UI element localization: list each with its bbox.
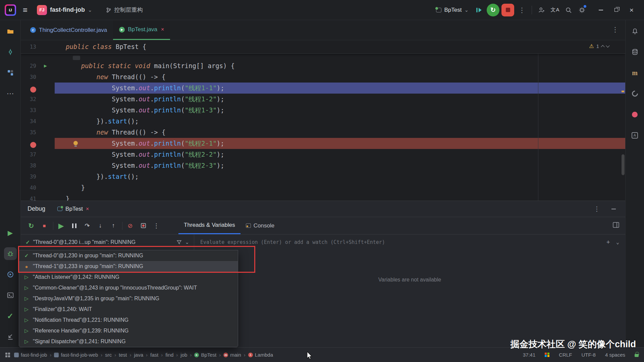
commit-icon[interactable] — [4, 46, 17, 58]
run-gutter-icon[interactable]: ▶ — [44, 60, 47, 71]
step-into-icon[interactable]: ↓ — [96, 221, 105, 230]
thread-list-item[interactable]: ▷"Reference Handler"@1,239: RUNNING — [19, 325, 238, 336]
debug-tool-window-icon[interactable] — [4, 247, 17, 260]
resume-icon[interactable]: ▶ — [57, 221, 65, 230]
editor-tab-1[interactable]: CThingCollectController.java — [24, 20, 113, 40]
mute-breakpoints-icon[interactable]: ⊘ — [126, 221, 135, 230]
debug-session-tab[interactable]: BpTest × — [57, 206, 89, 212]
run-tool-window-icon[interactable]: ▶ — [4, 226, 17, 239]
breakpoint-icon[interactable] — [30, 142, 36, 148]
editor-tab-label: ThingCollectController.java — [39, 27, 107, 34]
breadcrumb-item[interactable]: test — [119, 352, 127, 358]
breadcrumb-item[interactable]: job — [180, 352, 187, 358]
thread-list-item[interactable]: ●"Thread-1"@1,233 in group "main": RUNNI… — [19, 261, 238, 272]
lock-icon[interactable] — [635, 354, 639, 357]
window-minimize-button[interactable] — [593, 3, 608, 17]
problems-tool-window-icon[interactable]: ✓ — [4, 310, 17, 322]
stop-process-icon[interactable]: ■ — [40, 221, 49, 230]
indent-setting[interactable]: 4 spaces — [605, 352, 625, 358]
thread-selector[interactable]: ✓ "Thread-0"@1,230 i...up "main": RUNNIN… — [21, 237, 194, 248]
tab-console[interactable]: Console — [240, 217, 280, 234]
breadcrumb-item[interactable]: src — [105, 352, 112, 358]
thread-list-item[interactable]: ▷"DestroyJavaVM"@1,235 in group "main": … — [19, 293, 238, 304]
thread-dropdown-popup[interactable]: ✓"Thread-0"@1,230 in group "main": RUNNI… — [19, 250, 238, 347]
breadcrumb-item[interactable]: mmain — [223, 352, 241, 358]
view-breakpoints-icon[interactable] — [139, 221, 148, 230]
chevron-down-icon[interactable]: ⌄ — [185, 241, 189, 244]
breadcrumb-item[interactable]: fast-find-job-web — [54, 352, 98, 358]
rerun-button[interactable]: ↻ — [487, 4, 499, 16]
previous-problem-icon[interactable] — [601, 45, 604, 49]
breadcrumb-item[interactable]: fast-find-job — [14, 352, 47, 358]
line-number: 29 — [21, 60, 36, 71]
more-tool-windows-icon[interactable]: ⋯ — [4, 87, 17, 100]
maven-icon[interactable]: m — [629, 66, 641, 79]
thread-list-item[interactable]: ▷"Signal Dispatcher"@1,241: RUNNING — [19, 336, 238, 347]
search-button[interactable] — [563, 4, 574, 16]
notifications-bell-icon[interactable] — [629, 25, 641, 38]
breadcrumb-item[interactable]: find — [165, 352, 173, 358]
main-menu-icon[interactable]: ≡ — [19, 4, 31, 16]
chevron-down-icon[interactable]: ⌄ — [616, 241, 619, 244]
window-close-button[interactable]: × — [624, 3, 639, 17]
stop-button[interactable] — [501, 4, 514, 16]
pause-icon[interactable] — [70, 221, 78, 230]
warning-stripe-mark[interactable] — [622, 91, 624, 92]
plugin-icon[interactable] — [629, 108, 641, 121]
add-user-button[interactable] — [536, 4, 547, 16]
tool-windows-grid-icon[interactable] — [5, 353, 10, 357]
running-thread-icon: ▷ — [23, 339, 30, 345]
editor-tab-2[interactable]: ▶BpTest.java× — [113, 20, 170, 40]
structure-icon[interactable] — [4, 66, 17, 79]
fold-region-indicator[interactable] — [73, 56, 80, 60]
next-problem-icon[interactable] — [606, 44, 609, 47]
run-config-selector[interactable]: BpTest ⌄ — [433, 5, 471, 15]
thread-list-item[interactable]: ▷"Common-Cleaner"@1,243 in group "Innocu… — [19, 282, 238, 293]
database-icon[interactable] — [629, 46, 641, 58]
line-separator[interactable]: CRLF — [559, 352, 572, 358]
breadcrumb-item[interactable]: ▶BpTest — [194, 352, 216, 358]
breadcrumb-item[interactable]: java — [134, 352, 143, 358]
project-widget[interactable]: FJ fast-find-job ⌄ — [34, 4, 95, 16]
intention-bulb-icon[interactable] — [73, 141, 78, 145]
gradle-icon[interactable] — [629, 87, 641, 100]
settings-button[interactable] — [576, 4, 588, 16]
translate-button[interactable]: 文A — [549, 4, 561, 16]
debug-more-options-icon[interactable]: ⋮ — [594, 205, 600, 213]
rerun-debug-icon[interactable]: ↻ — [27, 221, 36, 230]
toolbar-more-icon[interactable]: ⋮ — [152, 221, 161, 230]
thread-list-item[interactable]: ▷"Finalizer"@1,240: WAIT — [19, 304, 238, 315]
step-over-icon[interactable]: ↷ — [83, 221, 92, 230]
close-session-icon[interactable]: × — [86, 206, 89, 212]
breakpoint-icon[interactable] — [30, 87, 36, 93]
thread-list-item[interactable]: ▷"Notification Thread"@1,221: RUNNING — [19, 315, 238, 325]
window-maximize-button[interactable] — [608, 3, 624, 17]
evaluate-expression-input[interactable]: Evaluate expression (Enter) or add a wat… — [194, 237, 625, 248]
code-editor[interactable]: 13 public class BpTest { ⚠ 1 29▶ public … — [21, 40, 625, 201]
hide-tool-window-icon[interactable] — [611, 209, 616, 209]
file-encoding[interactable]: UTF-8 — [581, 352, 596, 358]
inspections-widget[interactable]: ⚠ 1 — [589, 43, 609, 49]
translation-plugin-icon[interactable]: A — [629, 129, 641, 142]
layout-settings-icon[interactable] — [613, 222, 619, 229]
step-out-icon[interactable]: ↑ — [109, 221, 118, 230]
more-actions-icon[interactable]: ⋮ — [516, 4, 528, 16]
debug-button[interactable] — [473, 4, 485, 16]
vcs-update-icon[interactable] — [4, 330, 17, 343]
breadcrumb-item[interactable]: fast — [150, 352, 158, 358]
editor-scrollbar[interactable] — [622, 154, 625, 175]
thread-list-item[interactable]: ▷"Attach Listener"@1,242: RUNNING — [19, 272, 238, 282]
add-watch-icon[interactable]: + — [606, 239, 610, 246]
caret-position[interactable]: 37:41 — [523, 352, 536, 358]
tab-options-icon[interactable]: ⋮ — [612, 25, 619, 34]
tab-threads-variables[interactable]: Threads & Variables — [178, 217, 240, 234]
windows-color-grid-icon[interactable] — [545, 353, 549, 357]
thread-list-item[interactable]: ✓"Thread-0"@1,230 in group "main": RUNNI… — [19, 250, 238, 261]
vcs-branch-widget[interactable]: 控制层重构 — [103, 5, 146, 15]
services-tool-window-icon[interactable] — [4, 268, 17, 281]
close-tab-icon[interactable]: × — [161, 27, 164, 33]
terminal-tool-window-icon[interactable] — [4, 289, 17, 302]
filter-funnel-icon[interactable] — [176, 240, 182, 245]
project-folder-icon[interactable] — [4, 25, 17, 38]
breadcrumb-item[interactable]: λLambda — [248, 352, 273, 358]
